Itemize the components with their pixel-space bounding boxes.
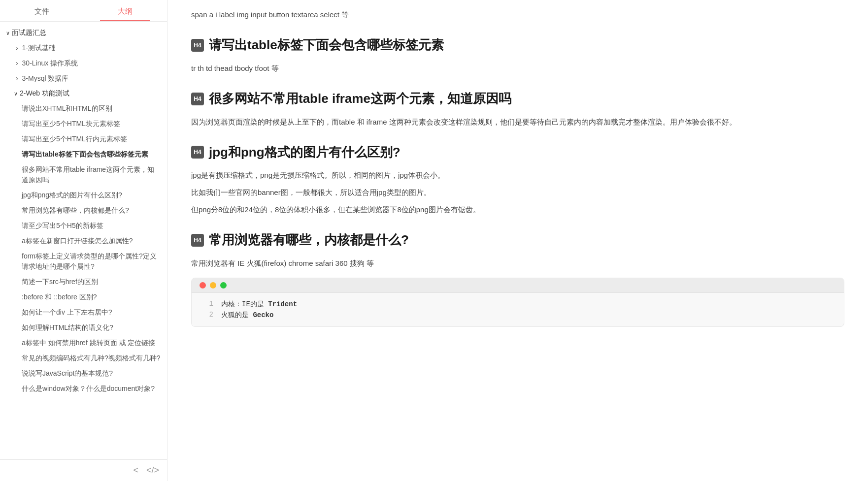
forward-button[interactable]: </> [146, 465, 159, 476]
sidebar-item-3[interactable]: › 3-Mysql 数据库 [0, 71, 167, 86]
sidebar-item-inline[interactable]: 请写出至少5个HTML行内元素标签 [0, 131, 167, 147]
sidebar-item-before[interactable]: :before 和 ::before 区别? [0, 289, 167, 305]
sidebar-item-table-tags[interactable]: 请写出table标签下面会包含哪些标签元素 [0, 147, 167, 162]
line-num-2: 2 [200, 311, 213, 320]
arrow-icon: › [16, 44, 18, 52]
h4-badge-2: H4 [191, 93, 204, 105]
code-line-2: 2 火狐的是 Gecko [192, 310, 844, 321]
sidebar-item-jpg-png[interactable]: jpg和png格式的图片有什么区别? [0, 188, 167, 203]
section3-para1: jpg是有损压缩格式，png是无损压缩格式。所以，相同的图片，jpg体积会小。 [191, 168, 844, 182]
sidebar-item-browsers[interactable]: 常用浏览器有哪些，内核都是什么? [0, 203, 167, 218]
sidebar-item-h5[interactable]: 请至少写出5个H5的新标签 [0, 218, 167, 233]
section4-title: 常用浏览器有哪些，内核都是什么? [209, 232, 409, 249]
section3-title: jpg和png格式的图片有什么区别? [209, 144, 401, 161]
arrow-icon: › [16, 74, 18, 82]
line-code-1: 内核：IE的是 Trident [221, 300, 297, 309]
sidebar-item-1[interactable]: › 1-测试基础 [0, 40, 167, 56]
sidebar-item-js-norms[interactable]: 说说写JavaScript的基本规范? [0, 366, 167, 381]
section4-heading: H4 常用浏览器有哪些，内核都是什么? [191, 232, 844, 249]
section4-para1: 常用浏览器有 IE 火狐(firefox) chrome safari 360 … [191, 257, 844, 270]
section3-para3: 但png分8位的和24位的，8位的体积小很多，但在某些浏览器下8位的png图片会… [191, 203, 844, 216]
tab-outline[interactable]: 大纲 [84, 7, 167, 21]
code-block: 1 内核：IE的是 Trident 2 火狐的是 Gecko [191, 278, 844, 327]
code-block-header [192, 278, 844, 293]
line-code-2: 火狐的是 Gecko [221, 311, 273, 320]
sidebar-group-web[interactable]: ∨ 2-Web 功能测试 [0, 86, 167, 101]
section1-title: 请写出table标签下面会包含哪些标签元素 [209, 37, 444, 54]
sidebar-item-block[interactable]: 请写出至少5个HTML块元素标签 [0, 116, 167, 131]
section3-heading: H4 jpg和png格式的图片有什么区别? [191, 144, 844, 161]
sidebar-group-root[interactable]: ∨ 面试题汇总 [0, 26, 167, 40]
back-button[interactable]: < [133, 465, 138, 476]
section2-para1: 因为浏览器页面渲染的时候是从上至下的，而table 和 iframe 这两种元素… [191, 115, 844, 128]
section2-title: 很多网站不常用table iframe这两个元素，知道原因吗 [209, 91, 511, 107]
dot-red [200, 282, 206, 289]
dot-green [220, 282, 227, 289]
code-line-1: 1 内核：IE的是 Trident [192, 299, 844, 310]
intro-text: span a i label img input button textarea… [191, 8, 844, 21]
sidebar-item-xhtml[interactable]: 请说出XHTML和HTML的区别 [0, 101, 167, 116]
h4-badge-1: H4 [191, 39, 204, 52]
arrow-icon: ∨ [14, 91, 18, 97]
section1-heading: H4 请写出table标签下面会包含哪些标签元素 [191, 37, 844, 54]
section1-para1: tr th td thead tbody tfoot 等 [191, 62, 844, 75]
sidebar-item-src-href[interactable]: 简述一下src与href的区别 [0, 274, 167, 289]
tab-file[interactable]: 文件 [0, 7, 84, 21]
h4-badge-3: H4 [191, 146, 204, 159]
sidebar-item-semantic[interactable]: 如何理解HTML结构的语义化? [0, 320, 167, 335]
sidebar-item-2[interactable]: › 30-Linux 操作系统 [0, 56, 167, 71]
sidebar-item-disable-href[interactable]: a标签中 如何禁用href 跳转页面 或 定位链接 [0, 335, 167, 351]
sidebar-item-form[interactable]: form标签上定义请求类型的是哪个属性?定义请求地址的是哪个属性? [0, 249, 167, 274]
sidebar-tree: ∨ 面试题汇总 › 1-测试基础 › 30-Linux 操作系统 › 3-Mys… [0, 22, 167, 459]
sidebar-item-center[interactable]: 如何让一个div 上下左右居中? [0, 305, 167, 320]
main-content: span a i label img input button textarea… [167, 0, 868, 481]
arrow-icon: ∨ [6, 30, 10, 36]
line-num-1: 1 [200, 300, 213, 309]
bottom-nav: < </> [0, 459, 167, 481]
section2-heading: H4 很多网站不常用table iframe这两个元素，知道原因吗 [191, 91, 844, 107]
sidebar-item-atag-window[interactable]: a标签在新窗口打开链接怎么加属性? [0, 233, 167, 249]
code-lines: 1 内核：IE的是 Trident 2 火狐的是 Gecko [192, 293, 844, 326]
arrow-icon: › [16, 59, 18, 67]
dot-yellow [210, 282, 216, 289]
h4-badge-4: H4 [191, 234, 204, 247]
sidebar-item-window-doc[interactable]: 什么是window对象？什么是document对象? [0, 381, 167, 396]
section3-para2: 比如我们一些官网的banner图，一般都很大，所以适合用jpg类型的图片。 [191, 186, 844, 199]
sidebar-item-video[interactable]: 常见的视频编码格式有几种?视频格式有几种? [0, 351, 167, 366]
sidebar-item-iframe[interactable]: 很多网站不常用table iframe这两个元素，知道原因吗 [0, 162, 167, 188]
tab-bar: 文件 大纲 [0, 0, 167, 22]
